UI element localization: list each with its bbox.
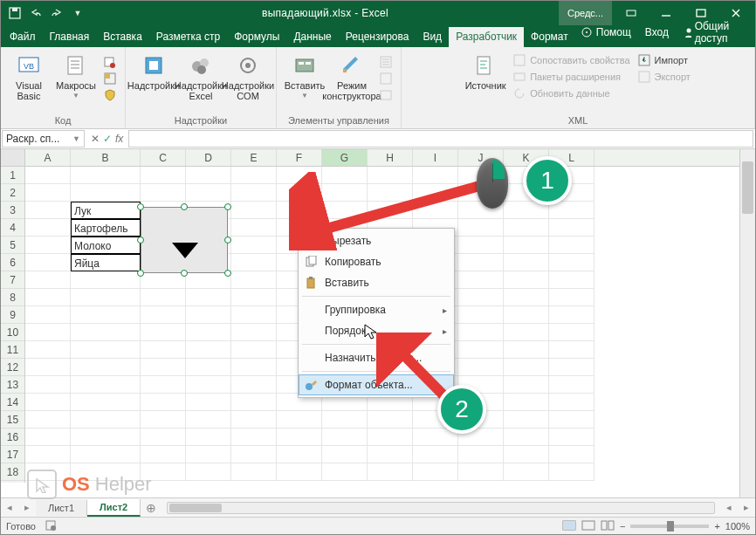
- cell[interactable]: [504, 341, 549, 359]
- cell[interactable]: [25, 446, 71, 463]
- excel-addins-button[interactable]: Надстройки Excel: [178, 51, 223, 101]
- cell[interactable]: [231, 324, 277, 341]
- cell[interactable]: [368, 463, 413, 481]
- cell[interactable]: [25, 324, 71, 341]
- cell[interactable]: [504, 411, 549, 429]
- cell[interactable]: [71, 411, 141, 429]
- cell[interactable]: [186, 167, 231, 184]
- cell[interactable]: [549, 271, 594, 289]
- share-button[interactable]: Общий доступ: [677, 17, 748, 47]
- record-macro-button[interactable]: [100, 54, 120, 70]
- cell[interactable]: [504, 271, 549, 289]
- col-header-C[interactable]: C: [141, 149, 186, 166]
- cell[interactable]: [186, 446, 231, 463]
- cell[interactable]: [549, 359, 594, 376]
- cell[interactable]: [186, 376, 231, 394]
- cell[interactable]: [186, 341, 231, 359]
- cell[interactable]: [458, 254, 504, 271]
- cell[interactable]: [504, 446, 549, 463]
- resize-handle[interactable]: [224, 237, 231, 243]
- row-header[interactable]: 2: [1, 184, 24, 202]
- cell[interactable]: [277, 463, 322, 481]
- cell[interactable]: [71, 184, 141, 202]
- cell[interactable]: [25, 429, 71, 446]
- cell[interactable]: [141, 167, 186, 184]
- cell[interactable]: [549, 429, 594, 446]
- resize-handle[interactable]: [224, 203, 231, 210]
- cell[interactable]: [25, 202, 71, 219]
- run-dialog-button[interactable]: [376, 87, 395, 103]
- com-addins-button[interactable]: Надстройки COM: [225, 51, 271, 101]
- cell[interactable]: [231, 429, 277, 446]
- sheet-tab-1[interactable]: Лист1: [36, 500, 87, 516]
- cell[interactable]: [25, 341, 71, 359]
- row-header[interactable]: 17: [1, 446, 24, 463]
- cell[interactable]: [25, 219, 71, 237]
- macro-security-button[interactable]: [100, 87, 120, 103]
- cell[interactable]: [231, 306, 277, 324]
- cell[interactable]: [71, 289, 141, 306]
- cell[interactable]: [549, 202, 594, 219]
- sheet-nav-prev[interactable]: ▸: [18, 502, 36, 513]
- cell[interactable]: [231, 202, 277, 219]
- cell[interactable]: [322, 411, 368, 429]
- cell[interactable]: [504, 429, 549, 446]
- cell[interactable]: Яйца: [71, 254, 141, 271]
- new-sheet-button[interactable]: ⊕: [141, 501, 162, 515]
- map-properties-button[interactable]: Сопоставить свойства: [510, 52, 632, 68]
- cell[interactable]: [186, 394, 231, 411]
- row-header[interactable]: 7: [1, 271, 24, 289]
- row-header[interactable]: 4: [1, 219, 24, 237]
- cell[interactable]: [186, 306, 231, 324]
- row-header[interactable]: 10: [1, 324, 24, 341]
- cell[interactable]: [549, 289, 594, 306]
- cell[interactable]: [277, 429, 322, 446]
- relative-refs-button[interactable]: [100, 71, 120, 86]
- cell[interactable]: [549, 446, 594, 463]
- col-header-E[interactable]: E: [231, 149, 277, 166]
- redo-icon[interactable]: [48, 4, 65, 22]
- cell[interactable]: [549, 411, 594, 429]
- cell[interactable]: Молоко: [71, 237, 141, 254]
- row-header[interactable]: 6: [1, 254, 24, 271]
- cell[interactable]: [71, 271, 141, 289]
- xml-source-button[interactable]: Источник: [463, 51, 508, 91]
- tab-file[interactable]: Файл: [3, 27, 43, 47]
- cell[interactable]: [141, 429, 186, 446]
- cell[interactable]: [25, 254, 71, 271]
- cell[interactable]: [25, 394, 71, 411]
- col-header-F[interactable]: F: [277, 149, 322, 166]
- cell[interactable]: [458, 271, 504, 289]
- cell[interactable]: [504, 289, 549, 306]
- cell[interactable]: [231, 359, 277, 376]
- cell[interactable]: [141, 341, 186, 359]
- cell[interactable]: [277, 411, 322, 429]
- cell[interactable]: [549, 219, 594, 237]
- cell[interactable]: [549, 237, 594, 254]
- row-header[interactable]: 8: [1, 289, 24, 306]
- cell[interactable]: [25, 184, 71, 202]
- cell[interactable]: [549, 463, 594, 481]
- cell[interactable]: [504, 359, 549, 376]
- cell[interactable]: [231, 184, 277, 202]
- cell[interactable]: [549, 306, 594, 324]
- cell[interactable]: [322, 429, 368, 446]
- cell[interactable]: [504, 306, 549, 324]
- cell[interactable]: [458, 306, 504, 324]
- resize-handle[interactable]: [181, 270, 188, 277]
- row-header[interactable]: 3: [1, 202, 24, 219]
- view-pagebreak-icon[interactable]: [601, 520, 615, 532]
- macros-button[interactable]: Макросы▼: [53, 51, 99, 100]
- cell[interactable]: [231, 219, 277, 237]
- cell[interactable]: [186, 324, 231, 341]
- cell[interactable]: [71, 429, 141, 446]
- cell[interactable]: [71, 376, 141, 394]
- cell[interactable]: [504, 324, 549, 341]
- row-header[interactable]: 16: [1, 429, 24, 446]
- cell[interactable]: [141, 411, 186, 429]
- cell[interactable]: [458, 446, 504, 463]
- cell[interactable]: [458, 463, 504, 481]
- row-header[interactable]: 15: [1, 411, 24, 429]
- row-header[interactable]: 12: [1, 359, 24, 376]
- cell[interactable]: [368, 446, 413, 463]
